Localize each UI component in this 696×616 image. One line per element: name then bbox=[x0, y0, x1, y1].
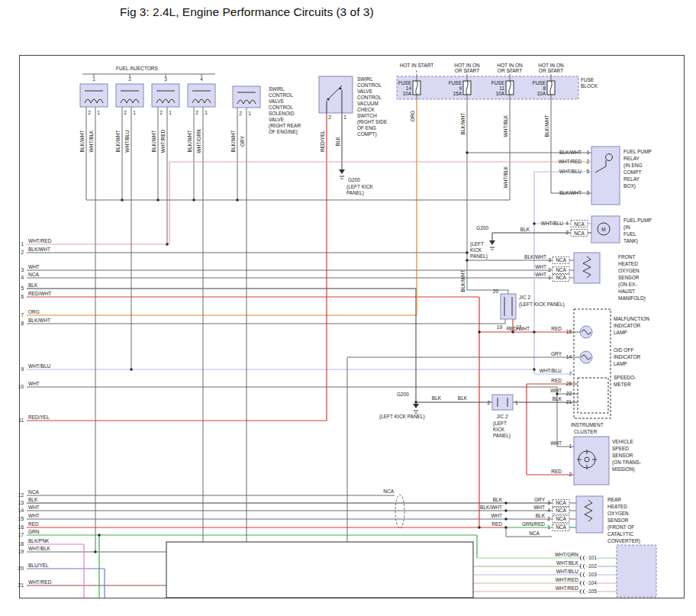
od-off-label: LAMP bbox=[614, 361, 627, 366]
nca-flag: NCA bbox=[556, 257, 566, 263]
fuse-number: 14 bbox=[406, 85, 412, 91]
left-pin-wire: NCA bbox=[28, 272, 39, 277]
ground-name: G200 bbox=[476, 225, 488, 231]
rear-o2-vehicle-wire: RED bbox=[491, 521, 502, 527]
left-pin-wire: WHT bbox=[28, 513, 40, 518]
instrument-cluster: RED/WHT RED 15 GRY 14 WHT/BLU 7 RED 28 W… bbox=[507, 309, 650, 434]
fuse-header: OR START bbox=[539, 68, 563, 73]
o2-pin-number: 2 bbox=[548, 267, 551, 273]
injector-pin: 1 bbox=[205, 110, 208, 115]
vss-pin-number: 1 bbox=[569, 443, 572, 449]
rear-o2-label: HEATED bbox=[607, 504, 627, 509]
rear-o2-pin-number: 4 bbox=[547, 508, 550, 513]
solenoid-pin: 1 bbox=[248, 111, 251, 116]
solenoid-label: CONTROL bbox=[269, 105, 293, 110]
nca-flag: NCA bbox=[574, 221, 585, 227]
rear-o2-label: CATALYTIC bbox=[607, 531, 634, 537]
left-pin-wire: WHT bbox=[28, 505, 40, 510]
nca-flag: NCA bbox=[556, 508, 566, 513]
wire-label: ORG bbox=[410, 111, 415, 122]
ground-name: G200 bbox=[397, 392, 409, 397]
wire-label: WHT/BLK bbox=[503, 114, 508, 137]
pump-label: FUEL PUMP bbox=[624, 218, 652, 223]
fuse-name: FUSE bbox=[449, 80, 462, 85]
wire-label: GRY bbox=[240, 135, 245, 147]
cluster-pin-number: 14 bbox=[566, 354, 572, 360]
fuse-name: FUSE bbox=[398, 80, 412, 85]
wire-label: BLK/WHT bbox=[187, 131, 192, 153]
left-pin-wire: WHT/BLU bbox=[28, 363, 51, 369]
wire-label: WHT/RED bbox=[160, 130, 166, 153]
solenoid-label: OF ENGINE) bbox=[269, 129, 298, 135]
wire-label: BLK/WHT bbox=[230, 131, 236, 153]
left-pin-wire: BLK bbox=[28, 282, 38, 288]
wire-label: BLK/WHT bbox=[460, 113, 466, 135]
o2-pin-number: 3 bbox=[548, 257, 551, 263]
fuse-header: OR START bbox=[455, 68, 479, 73]
jc-location: (LEFT bbox=[493, 421, 507, 427]
rear-o2-sensor-wire: GRN/RED bbox=[522, 521, 545, 527]
front-o2-label: SENSOR bbox=[618, 275, 640, 280]
ground-location: (LEFT KICK bbox=[346, 184, 374, 190]
swirl-solenoid-valve: 2 1 BLK/WHT GRY SWIRL CONTROL VALVE CONT… bbox=[230, 86, 301, 152]
switch-label: CONTROL bbox=[357, 95, 382, 100]
o2-pin-wire: WHT bbox=[535, 272, 546, 277]
fuse-amps: 10A bbox=[402, 91, 411, 96]
nca-flag: NCA bbox=[556, 500, 566, 505]
relay-pin-wire: BLK/WHT bbox=[559, 190, 582, 195]
cluster-pin-number: 7 bbox=[569, 371, 572, 376]
front-o2-label: HAUST bbox=[618, 289, 635, 294]
left-pin-number: 16 bbox=[18, 524, 24, 530]
cluster-name: INSTRUMENT bbox=[571, 422, 604, 427]
relay-pin-wire: BLK/WHT bbox=[559, 150, 582, 155]
injector-number: 1 bbox=[92, 76, 95, 82]
vss-pin-wire: RED bbox=[551, 469, 562, 474]
front-o2-label: MANIFOLD) bbox=[618, 295, 646, 302]
left-pin-wire: BLU/YEL bbox=[28, 563, 49, 568]
relay-pin-wire: WHT/BLU bbox=[559, 169, 582, 174]
relay-label: RELAY bbox=[624, 176, 640, 182]
nca-mid-connector: NCA bbox=[383, 489, 404, 528]
left-pin-number: 14 bbox=[18, 508, 24, 513]
nca-flag: NCA bbox=[556, 275, 566, 280]
injector-pin: 2 bbox=[124, 110, 127, 115]
rear-o2-sensor-wire: GRY bbox=[534, 497, 546, 502]
solenoid-label: CONTROL bbox=[269, 92, 293, 98]
solenoid-label: VALVE bbox=[269, 98, 285, 104]
motor-symbol: M bbox=[601, 227, 605, 232]
jc-pin-number: 19 bbox=[497, 324, 503, 330]
speedometer-label: METER bbox=[614, 382, 631, 387]
fuse-header: HOT IN ON bbox=[497, 63, 523, 68]
left-pin-wire: WHT/RED bbox=[28, 579, 52, 585]
relay-label: RELAY bbox=[624, 156, 640, 161]
left-pin-number: 10 bbox=[18, 384, 24, 389]
front-o2-label: FRONT bbox=[618, 254, 635, 260]
wire-label: BLK/WHT bbox=[151, 131, 156, 153]
rear-o2-pin-number: 2 bbox=[547, 516, 550, 521]
front-o2-label: OXYGEN bbox=[618, 268, 640, 273]
ground-location: PANEL) bbox=[470, 253, 488, 260]
fuse-name: FUSE bbox=[533, 80, 546, 85]
vss-pin-wire: WHT bbox=[550, 440, 562, 446]
injector-pin: 2 bbox=[88, 110, 91, 115]
relay-pin-number: 3 bbox=[586, 190, 589, 195]
relay-pin-number: 2 bbox=[586, 159, 589, 164]
left-pin-wire: NCA bbox=[28, 489, 39, 495]
left-pin-number: 4 bbox=[21, 275, 24, 280]
left-pin-number: 1 bbox=[21, 241, 24, 247]
vss-pin-number: 2 bbox=[569, 472, 572, 477]
ground-name: G200 bbox=[348, 177, 360, 182]
left-pin-wire: BLK bbox=[28, 497, 38, 502]
wire-label: RED/YEL bbox=[320, 131, 325, 152]
injector-pin: 2 bbox=[160, 110, 163, 115]
cluster-pin-wire: RED/WHT bbox=[507, 326, 530, 331]
left-pin-wire: WHT/RED bbox=[28, 238, 52, 243]
fuel-pump: M WHT/BLU 4 NCA BLK 2 NCA FUEL PUMP (IN … bbox=[520, 216, 652, 244]
nca-flag: NCA bbox=[556, 267, 566, 273]
relay-pin-wire: WHT/RED bbox=[559, 159, 582, 164]
switch-pin: 1 bbox=[343, 114, 346, 120]
jc-name: J/C 2 bbox=[496, 414, 508, 419]
pump-label: TANK) bbox=[624, 238, 638, 244]
left-pin-wire: WHT bbox=[28, 264, 40, 269]
nca-flag: NCA bbox=[574, 231, 585, 236]
